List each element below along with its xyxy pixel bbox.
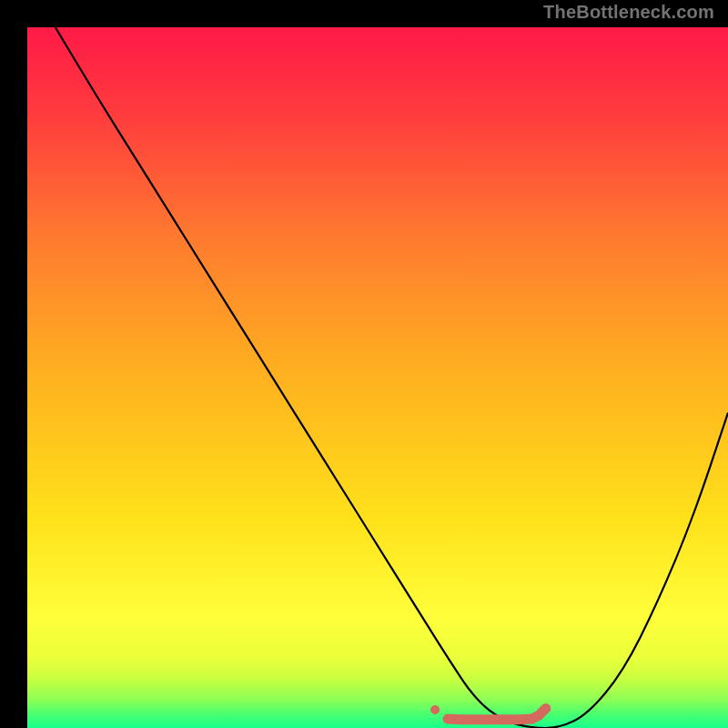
sweet-spot-dot — [430, 705, 440, 714]
chart-svg — [27, 27, 728, 728]
chart-frame — [14, 14, 714, 714]
plot-background — [27, 27, 728, 728]
watermark-text: TheBottleneck.com — [543, 2, 714, 23]
